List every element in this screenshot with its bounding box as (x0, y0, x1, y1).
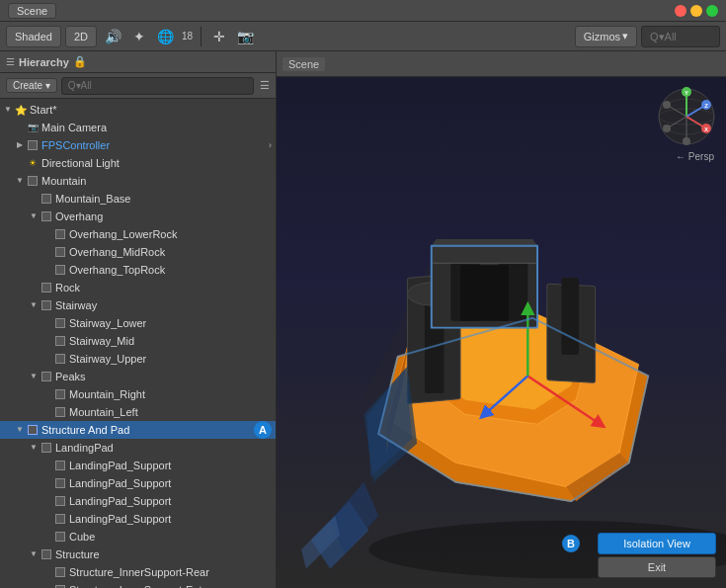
annotation-b-container: B (558, 535, 580, 552)
tree-item-mleft[interactable]: Mountain_Left (0, 403, 276, 421)
hierarchy-tree[interactable]: ⭐ Start* 📷 Main Camera FPSController › (0, 99, 276, 588)
expand-arrow-main-camera (14, 119, 26, 136)
tree-item-stairway-lower[interactable]: Stairway_Lower (0, 314, 276, 332)
overhang-icon (40, 210, 53, 223)
scene-3d-svg (277, 77, 726, 588)
tree-item-overhang-mid[interactable]: Overhang_MidRock (0, 243, 276, 261)
expand-arrow-omid (41, 243, 53, 261)
svg-rect-13 (561, 278, 579, 355)
tree-item-stairway-mid[interactable]: Stairway_Mid (0, 332, 276, 350)
toolbar-right: Gizmos ▾ (575, 26, 720, 47)
transform-icon[interactable]: ✛ (209, 27, 229, 46)
annotation-b: B (562, 535, 580, 552)
expand-arrow-slower (41, 314, 53, 332)
tree-item-mright[interactable]: Mountain_Right (0, 385, 276, 403)
tree-item-cube[interactable]: Cube (0, 528, 276, 546)
annotation-a: A (254, 421, 272, 439)
expand-arrow-mright (41, 385, 53, 403)
maximize-icon[interactable] (706, 5, 718, 17)
tree-item-rock[interactable]: Rock (0, 279, 276, 296)
panel-toolbar: Create ▾ ☰ (0, 73, 276, 99)
mright-icon (53, 387, 67, 401)
scene-search-input[interactable] (641, 26, 720, 47)
audio-icon[interactable]: 🔊 (101, 27, 125, 46)
scene-tab-label[interactable]: Scene (8, 3, 56, 19)
exit-button[interactable]: Exit (598, 556, 716, 578)
expand-arrow-olower (41, 225, 53, 243)
scene-viewport[interactable]: Y Z X ← (277, 77, 726, 588)
2d-button[interactable]: 2D (65, 26, 97, 47)
main-toolbar: Shaded 2D 🔊 ✦ 🌐 18 ✛ 📷 Gizmos ▾ (0, 22, 726, 51)
tree-item-overhang-lower[interactable]: Overhang_LowerRock (0, 225, 276, 243)
tree-item-main-camera[interactable]: 📷 Main Camera (0, 119, 276, 136)
tree-item-start[interactable]: ⭐ Start* (0, 101, 276, 119)
tree-item-dir-light[interactable]: ☀ Directional Light (0, 154, 276, 172)
isolation-view-button[interactable]: Isolation View (598, 533, 716, 554)
expand-arrow-structure (28, 546, 40, 563)
create-button[interactable]: Create ▾ (6, 78, 57, 93)
expand-arrow-ls1 (41, 457, 53, 474)
scene-tab[interactable]: Scene (282, 57, 325, 71)
peaks-icon (40, 370, 53, 383)
camera-icon[interactable]: 📷 (233, 27, 258, 46)
expand-arrow-mleft (41, 403, 53, 421)
tree-item-mountain[interactable]: Mountain (0, 172, 276, 190)
close-icon[interactable] (675, 5, 686, 17)
supper-icon (53, 352, 67, 366)
panel-icons: 🔒 (73, 55, 87, 68)
tree-item-lsupport4[interactable]: LandingPad_Support (0, 510, 276, 528)
fx-icon[interactable]: ✦ (129, 27, 149, 46)
tree-label-stairway: Stairway (55, 299, 272, 311)
tree-label-ls4: LandingPad_Support (69, 513, 272, 525)
mleft-icon (53, 405, 67, 419)
tree-item-str-inner-rear[interactable]: Structure_InnerSupport-Rear (0, 563, 276, 581)
gizmos-arrow-icon: ▾ (622, 30, 628, 42)
tree-item-stairway[interactable]: Stairway (0, 296, 276, 314)
tree-item-landingpad[interactable]: LandingPad (0, 439, 276, 457)
fps-arrow-right: › (269, 140, 272, 150)
slower-icon (53, 316, 67, 330)
expand-arrow-sir (41, 563, 53, 581)
expand-arrow-mbase (28, 190, 40, 208)
structure-icon (40, 547, 53, 561)
tree-item-overhang-top[interactable]: Overhang_TopRock (0, 261, 276, 279)
sky-icon[interactable]: 🌐 (153, 27, 178, 46)
shaded-dropdown[interactable]: Shaded (6, 26, 61, 47)
minimize-icon[interactable] (690, 5, 702, 17)
gizmos-dropdown[interactable]: Gizmos ▾ (575, 26, 637, 47)
ls3-icon (53, 494, 67, 508)
tree-item-fps[interactable]: FPSController › (0, 136, 276, 154)
tree-item-str-inner-ent[interactable]: Structure_InnerSupport-Entranc (0, 581, 276, 588)
tree-item-peaks[interactable]: Peaks (0, 368, 276, 385)
tree-item-structure[interactable]: Structure (0, 546, 276, 563)
tree-label-ls2: LandingPad_Support (69, 477, 272, 489)
otop-icon (53, 263, 67, 277)
sie-icon (53, 583, 67, 588)
hierarchy-search[interactable] (61, 77, 254, 95)
tree-label-ls3: LandingPad_Support (69, 495, 272, 507)
tree-label-mleft: Mountain_Left (69, 406, 272, 418)
tree-item-mountain-base[interactable]: Mountain_Base (0, 190, 276, 208)
expand-arrow-cube (41, 528, 53, 546)
tree-label-start: Start* (30, 104, 272, 116)
lock-icon[interactable]: 🔒 (73, 55, 87, 68)
tree-label-slower: Stairway_Lower (69, 317, 272, 329)
tree-item-lsupport1[interactable]: LandingPad_Support (0, 457, 276, 474)
tree-item-structure-pad[interactable]: Structure And Pad A (0, 421, 276, 439)
tree-item-stairway-upper[interactable]: Stairway_Upper (0, 350, 276, 368)
window-controls (675, 5, 718, 17)
tree-item-overhang[interactable]: Overhang (0, 208, 276, 225)
expand-arrow-supper (41, 350, 53, 368)
filter-icon[interactable]: ☰ (260, 79, 270, 92)
expand-arrow-ls2 (41, 474, 53, 492)
svg-rect-18 (460, 265, 509, 321)
orientation-gizmo[interactable]: Y Z X (657, 87, 716, 146)
panel-header: ☰ Hierarchy 🔒 (0, 51, 276, 73)
tree-item-lsupport3[interactable]: LandingPad_Support (0, 492, 276, 510)
panel-menu-icon: ☰ (6, 56, 15, 67)
fps-icon (26, 138, 40, 152)
main-content: ☰ Hierarchy 🔒 Create ▾ ☰ ⭐ Start* (0, 51, 726, 588)
sir-icon (53, 565, 67, 579)
tree-label-supper: Stairway_Upper (69, 353, 272, 365)
tree-item-lsupport2[interactable]: LandingPad_Support (0, 474, 276, 492)
